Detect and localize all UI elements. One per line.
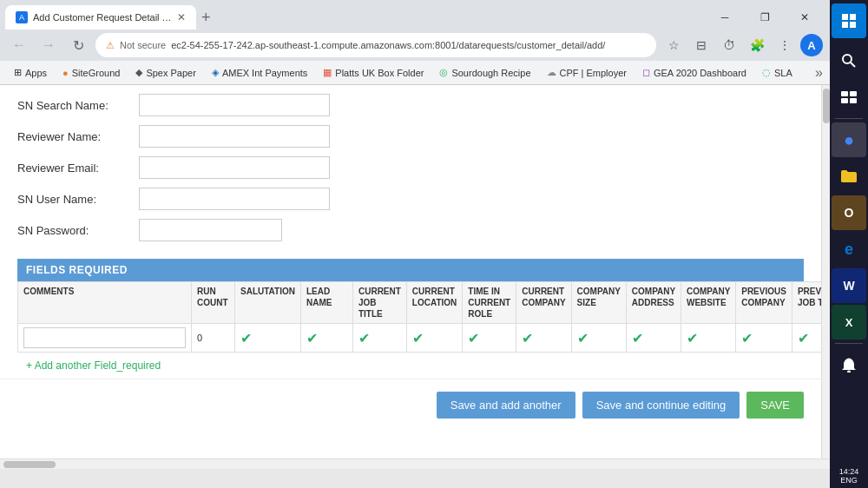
- sourdough-icon: ◎: [439, 67, 448, 78]
- platts-icon: ▦: [323, 67, 332, 78]
- active-tab[interactable]: A Add Customer Request Detail | D ✕: [5, 5, 196, 30]
- company-address-check-cell: ✔: [626, 324, 681, 353]
- current-location-check-cell: ✔: [406, 324, 462, 353]
- sn-search-name-row: SN Search Name:: [17, 94, 804, 116]
- scrollbar[interactable]: [821, 85, 830, 458]
- page-scroll-area[interactable]: SN Search Name: Reviewer Name: Reviewer …: [0, 85, 821, 458]
- close-button[interactable]: ✕: [785, 5, 825, 30]
- company-website-check-cell: ✔: [681, 324, 736, 353]
- previous-company-check-cell: ✔: [736, 324, 792, 353]
- reload-button[interactable]: ↻: [66, 33, 90, 57]
- fields-required-header: FIELDS REQUIRED: [17, 259, 804, 281]
- current-job-title-check-icon: ✔: [358, 331, 370, 346]
- th-current-location: CURRENT LOCATION: [406, 282, 462, 324]
- taskbar-time: 14:24: [839, 467, 859, 476]
- new-tab-button[interactable]: +: [196, 9, 216, 27]
- profile-icon[interactable]: A: [800, 34, 823, 56]
- minimize-button[interactable]: ─: [705, 5, 745, 30]
- bottom-scrollbar[interactable]: [0, 458, 830, 469]
- taskbar-edge-icon[interactable]: e: [832, 232, 866, 267]
- sn-search-name-input[interactable]: [139, 94, 330, 116]
- save-button[interactable]: SAVE: [746, 392, 804, 419]
- current-company-check-cell: ✔: [516, 324, 571, 353]
- sn-user-name-label: SN User Name:: [17, 193, 139, 206]
- gea-icon: ◻: [642, 67, 650, 78]
- bookmark-gea[interactable]: ◻ GEA 2020 Dashboard: [635, 65, 753, 80]
- bookmark-amex[interactable]: ◈ AMEX Int Payments: [205, 65, 314, 80]
- comments-cell[interactable]: [18, 324, 192, 353]
- comments-input[interactable]: [23, 327, 186, 348]
- taskbar-taskview-icon[interactable]: [832, 80, 866, 115]
- table-row: 0 ✔ ✔ ✔ ✔ ✔ ✔ ✔ ✔ ✔ ✔ ✔: [18, 324, 822, 353]
- add-row[interactable]: + Add another Field_required: [17, 353, 804, 379]
- bookmarks-more-icon[interactable]: »: [815, 65, 823, 81]
- bookmarks-bar: ⊞ Apps ● SiteGround ◆ Spex Paper ◈ AMEX …: [0, 61, 830, 85]
- taskbar-notifications-icon[interactable]: [832, 347, 866, 382]
- cpf-icon: ☁: [547, 67, 556, 78]
- salutation-check-cell: ✔: [235, 324, 301, 353]
- bookmark-gea-label: GEA 2020 Dashboard: [654, 68, 746, 78]
- company-size-check-icon: ✔: [577, 331, 589, 346]
- more-icon[interactable]: ⋮: [773, 33, 797, 57]
- bookmark-icon[interactable]: ⊟: [689, 33, 713, 57]
- sn-user-name-input[interactable]: [139, 188, 330, 210]
- taskbar-search-icon[interactable]: [832, 43, 866, 78]
- scrollbar-thumb[interactable]: [823, 89, 830, 123]
- lead-name-check-cell: ✔: [300, 324, 352, 353]
- th-company-website: COMPANY WEBSITE: [681, 282, 736, 324]
- bookmark-platts[interactable]: ▦ Platts UK Box Folder: [316, 65, 431, 80]
- star-icon[interactable]: ☆: [661, 33, 686, 57]
- taskbar-folder-icon[interactable]: [832, 159, 866, 194]
- svg-rect-8: [841, 98, 848, 103]
- reviewer-name-input[interactable]: [139, 125, 330, 148]
- not-secure-icon: ⚠: [106, 40, 115, 51]
- bookmark-cpf[interactable]: ☁ CPF | Employer: [540, 65, 634, 80]
- save-continue-button[interactable]: Save and continue editing: [582, 392, 740, 419]
- bookmark-sourdough[interactable]: ◎ Sourdough Recipe: [432, 65, 537, 80]
- bookmark-spex[interactable]: ◆ Spex Paper: [128, 65, 202, 80]
- fields-required-section: FIELDS REQUIRED COMMENTS RUN COUNT SALUT…: [17, 259, 804, 379]
- bottom-scrollbar-thumb[interactable]: [3, 461, 56, 468]
- reviewer-name-row: Reviewer Name:: [17, 125, 804, 148]
- svg-rect-9: [850, 98, 857, 103]
- taskbar-excel-icon[interactable]: X: [832, 305, 866, 340]
- start-button[interactable]: [832, 3, 866, 38]
- current-job-title-check-cell: ✔: [352, 324, 406, 353]
- maximize-button[interactable]: ❐: [745, 5, 785, 30]
- back-button[interactable]: ←: [7, 33, 31, 57]
- fields-table: COMMENTS RUN COUNT SALUTATION LEAD NAME …: [17, 281, 821, 353]
- history-icon[interactable]: ⏱: [717, 33, 741, 57]
- taskbar-outlook-icon[interactable]: O: [832, 195, 866, 230]
- extension-icon[interactable]: 🧩: [745, 33, 769, 57]
- reviewer-email-label: Reviewer Email:: [17, 162, 139, 175]
- th-previous-job-title: PREVIOUS JOB TITLE: [792, 282, 821, 324]
- bookmark-sla[interactable]: ◌ SLA: [755, 65, 799, 80]
- taskbar-word-icon[interactable]: W: [832, 268, 866, 303]
- tab-favicon: A: [16, 11, 28, 23]
- add-field-link[interactable]: + Add another Field_required: [26, 359, 161, 372]
- th-current-job-title: CURRENT JOB TITLE: [352, 282, 406, 324]
- svg-point-4: [843, 55, 852, 63]
- sn-password-input[interactable]: [139, 219, 282, 241]
- svg-rect-6: [841, 91, 848, 96]
- siteground-icon: ●: [62, 68, 69, 78]
- taskbar: ● O e W X 14:24 ENG: [830, 0, 868, 488]
- salutation-check-icon: ✔: [240, 331, 252, 346]
- bookmark-apps[interactable]: ⊞ Apps: [7, 65, 54, 80]
- amex-icon: ◈: [212, 67, 219, 78]
- taskbar-chrome-icon[interactable]: ●: [832, 122, 866, 157]
- th-company-size: COMPANY SIZE: [571, 282, 626, 324]
- reviewer-email-input[interactable]: [139, 156, 330, 179]
- window-controls: ─ ❐ ✕: [705, 5, 825, 30]
- save-add-another-button[interactable]: Save and add another: [437, 392, 575, 419]
- address-bar[interactable]: ⚠ Not secure ec2-54-255-17-242.ap-southe…: [95, 33, 656, 57]
- not-secure-label: Not secure: [120, 40, 166, 50]
- th-comments: COMMENTS: [18, 282, 192, 324]
- tab-close-icon[interactable]: ✕: [177, 11, 186, 23]
- svg-line-5: [851, 63, 855, 67]
- company-address-check-icon: ✔: [632, 331, 643, 346]
- company-size-check-cell: ✔: [571, 324, 626, 353]
- forward-button[interactable]: →: [36, 33, 61, 57]
- bookmark-siteground[interactable]: ● SiteGround: [56, 66, 127, 80]
- run-count-cell: 0: [192, 324, 235, 353]
